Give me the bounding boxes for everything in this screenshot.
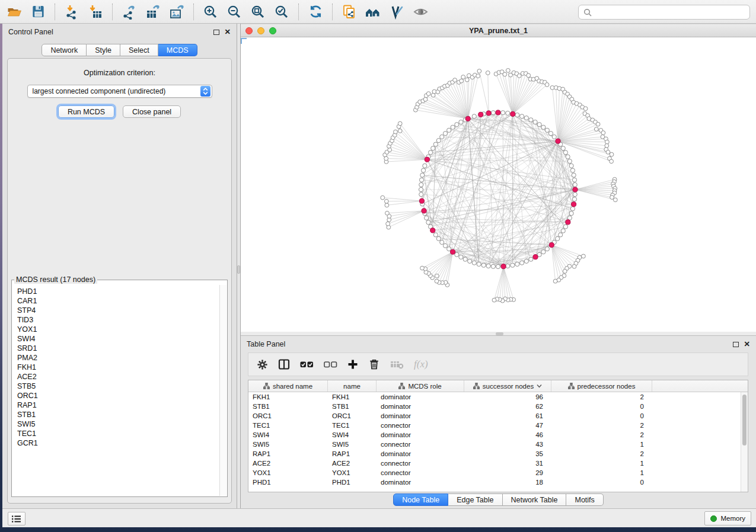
network-node[interactable] — [537, 123, 541, 127]
network-leaf-node[interactable] — [527, 73, 531, 78]
mcds-hub-node[interactable] — [573, 187, 578, 192]
network-leaf-node[interactable] — [610, 159, 614, 164]
network-node[interactable] — [428, 150, 432, 155]
network-leaf-node[interactable] — [435, 279, 439, 283]
tab-mcds[interactable]: MCDS — [158, 44, 197, 56]
table-cell[interactable]: dominator — [377, 431, 464, 438]
column-header-successor-nodes[interactable]: successor nodes — [464, 380, 551, 392]
splitter-grip[interactable] — [237, 265, 240, 274]
export-image-button[interactable] — [165, 2, 189, 22]
table-settings-button[interactable] — [257, 359, 268, 370]
refresh-button[interactable] — [304, 2, 327, 22]
network-node[interactable] — [515, 113, 519, 117]
network-leaf-node[interactable] — [606, 150, 610, 154]
close-panel-icon[interactable]: ✕ — [225, 28, 231, 36]
mcds-hub-node[interactable] — [465, 116, 470, 121]
table-cell[interactable]: connector — [377, 469, 464, 476]
network-node[interactable] — [572, 197, 576, 201]
table-cell[interactable]: 61 — [464, 412, 551, 419]
network-node[interactable] — [440, 134, 444, 139]
network-node[interactable] — [529, 257, 533, 261]
network-leaf-node[interactable] — [420, 266, 425, 270]
network-node[interactable] — [511, 263, 515, 267]
table-cell[interactable]: YOX1 — [328, 469, 377, 476]
graphics-details-button[interactable] — [385, 2, 409, 22]
network-node[interactable] — [533, 120, 537, 124]
mcds-node-item[interactable]: STB5 — [17, 382, 219, 391]
network-node[interactable] — [436, 139, 441, 143]
table-cell[interactable]: FKH1 — [248, 393, 328, 400]
network-node[interactable] — [570, 207, 575, 211]
mcds-node-item[interactable]: RAP1 — [17, 400, 219, 410]
show-hide-button[interactable] — [409, 2, 432, 22]
network-leaf-node[interactable] — [545, 83, 549, 87]
mcds-node-item[interactable]: TEC1 — [17, 429, 219, 438]
network-node[interactable] — [468, 259, 472, 263]
mcds-node-item[interactable]: STP4 — [17, 306, 219, 315]
mcds-hub-node[interactable] — [511, 111, 515, 116]
mcds-hub-node[interactable] — [496, 110, 500, 115]
network-node[interactable] — [573, 193, 577, 197]
table-row[interactable]: STB1STB1dominator620 — [248, 402, 741, 411]
network-node[interactable] — [561, 229, 565, 233]
network-leaf-node[interactable] — [398, 121, 402, 126]
network-node[interactable] — [501, 111, 505, 115]
table-cell[interactable]: STB1 — [248, 403, 328, 410]
table-cell[interactable]: ORC1 — [248, 412, 328, 419]
table-cell[interactable]: dominator — [377, 393, 464, 400]
mcds-node-item[interactable]: PHD1 — [17, 287, 219, 296]
network-leaf-node[interactable] — [553, 279, 557, 283]
criterion-select[interactable]: largest connected component (undirected) — [27, 85, 212, 98]
mcds-node-item[interactable]: FKH1 — [17, 363, 219, 372]
network-leaf-node[interactable] — [605, 144, 609, 148]
network-node[interactable] — [423, 164, 427, 168]
function-builder-button[interactable]: f(x) — [414, 358, 428, 370]
network-node[interactable] — [541, 125, 546, 129]
network-leaf-node[interactable] — [385, 203, 389, 207]
show-columns-button[interactable] — [278, 358, 290, 370]
network-node[interactable] — [481, 263, 486, 267]
table-cell[interactable]: connector — [377, 422, 464, 429]
network-node[interactable] — [451, 125, 455, 129]
network-node[interactable] — [559, 233, 563, 237]
mcds-node-item[interactable]: CAR1 — [17, 296, 219, 306]
table-row[interactable]: RAP1RAP1dominator352 — [248, 449, 741, 459]
table-cell[interactable]: 2 — [551, 431, 652, 438]
network-leaf-node[interactable] — [398, 129, 402, 133]
add-column-button[interactable] — [347, 359, 358, 370]
zoom-in-button[interactable] — [199, 2, 222, 22]
network-leaf-node[interactable] — [460, 79, 464, 83]
open-folder-button[interactable] — [2, 2, 26, 22]
network-leaf-node[interactable] — [486, 71, 490, 75]
table-row[interactable]: YOX1YOX1connector291 — [248, 468, 741, 477]
import-table-button[interactable] — [84, 2, 107, 22]
mcds-hub-node[interactable] — [572, 202, 576, 207]
column-header-shared-name[interactable]: shared name — [248, 380, 328, 392]
network-node[interactable] — [419, 182, 423, 187]
network-leaf-node[interactable] — [583, 107, 588, 111]
tab-select[interactable]: Select — [120, 44, 158, 56]
table-cell[interactable]: 2 — [551, 422, 652, 429]
table-cell[interactable]: 1 — [551, 441, 652, 448]
network-node[interactable] — [425, 216, 429, 220]
mcds-hub-node[interactable] — [422, 209, 426, 213]
mcds-node-item[interactable]: SWI5 — [17, 419, 219, 429]
deselect-all-button[interactable] — [324, 360, 337, 368]
network-node[interactable] — [421, 168, 425, 172]
network-leaf-node[interactable] — [601, 131, 605, 135]
mcds-node-item[interactable]: YOX1 — [17, 325, 219, 334]
network-leaf-node[interactable] — [492, 298, 496, 302]
table-cell[interactable]: 46 — [464, 431, 551, 438]
table-cell[interactable]: SWI4 — [248, 431, 328, 438]
table-cell[interactable]: SWI5 — [328, 441, 377, 448]
network-node[interactable] — [545, 128, 549, 132]
mcds-hub-node[interactable] — [450, 249, 455, 254]
close-panel-icon[interactable]: ✕ — [744, 341, 750, 348]
window-maximize-icon[interactable] — [269, 27, 276, 34]
network-node[interactable] — [506, 264, 510, 268]
table-cell[interactable]: 96 — [464, 393, 551, 400]
table-cell[interactable]: TEC1 — [248, 422, 328, 429]
network-node[interactable] — [569, 211, 573, 216]
first-neighbors-button[interactable] — [361, 2, 385, 22]
run-mcds-button[interactable]: Run MCDS — [58, 105, 114, 118]
